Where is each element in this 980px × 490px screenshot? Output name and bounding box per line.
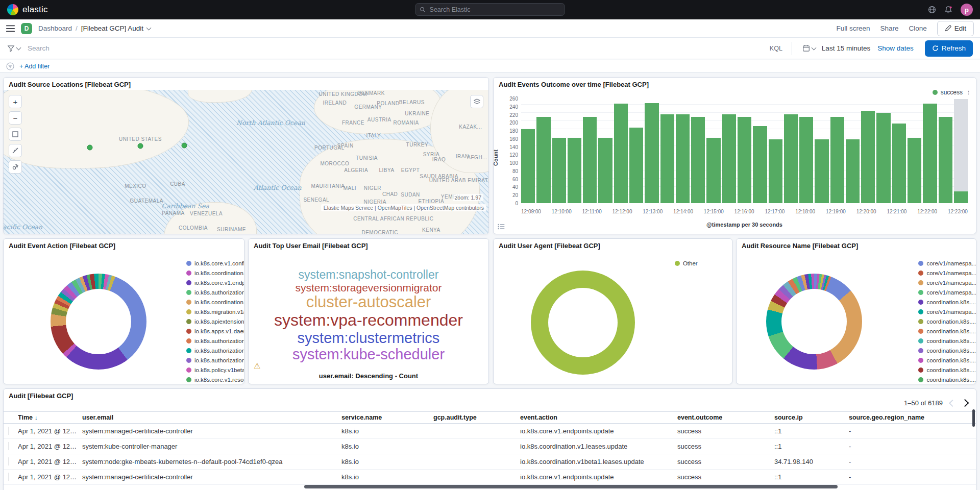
bar-success[interactable] xyxy=(568,138,581,203)
share-button[interactable]: Share xyxy=(880,24,898,32)
kql-search-input[interactable] xyxy=(27,44,761,53)
bar-success[interactable] xyxy=(536,117,550,203)
legend-item[interactable]: io.k8s.policy.v1beta... xyxy=(186,367,244,373)
column-header[interactable]: service.name xyxy=(341,414,433,421)
legend-item[interactable]: Other xyxy=(675,260,698,266)
zoom-in-button[interactable]: + xyxy=(9,95,22,108)
bar-success[interactable] xyxy=(598,138,612,203)
legend-item[interactable]: coordination.k8s.... xyxy=(918,328,976,334)
expand-row-button[interactable] xyxy=(4,473,18,481)
bar-success[interactable] xyxy=(614,104,628,203)
legend-item[interactable]: io.k8s.migration.v1al... xyxy=(186,309,244,315)
bar-success[interactable] xyxy=(892,124,906,203)
legend-item[interactable]: core/v1/namespa... xyxy=(918,309,976,315)
tag-cloud-word[interactable]: system:snapshot-controller xyxy=(249,268,488,282)
bar-success[interactable] xyxy=(552,138,566,203)
map-data-marker[interactable] xyxy=(137,143,143,149)
legend-item[interactable]: coordination.k8s.... xyxy=(918,338,976,344)
map-data-marker[interactable] xyxy=(182,142,187,148)
table-row[interactable]: Apr 1, 2021 @ 12:23:35.855system:kube-co… xyxy=(4,439,976,454)
legend-item[interactable]: core/v1/namespa... xyxy=(918,260,976,266)
expand-row-button[interactable] xyxy=(4,427,18,435)
legend-item[interactable]: io.k8s.authorization... xyxy=(186,289,244,296)
legend-item[interactable]: io.k8s.core.v1.confi... xyxy=(186,260,244,266)
legend-item[interactable]: coordination.k8s.... xyxy=(918,318,976,325)
legend-item[interactable]: core/v1/namespa... xyxy=(918,289,976,296)
saved-query-menu-button[interactable] xyxy=(5,44,22,52)
draw-tools-button[interactable] xyxy=(9,160,22,174)
bar-success[interactable] xyxy=(722,114,736,203)
zoom-out-button[interactable]: − xyxy=(9,111,22,125)
legend-item[interactable]: io.k8s.core.v1.endp... xyxy=(186,280,244,286)
expand-row-button[interactable] xyxy=(4,458,18,465)
bar-success[interactable] xyxy=(676,114,690,203)
legend-item[interactable]: coordination.k8s.... xyxy=(918,367,976,373)
column-header[interactable]: gcp.audit.type xyxy=(433,414,520,421)
user-avatar[interactable]: p xyxy=(961,4,973,16)
bar-success[interactable] xyxy=(815,139,828,203)
legend-item[interactable]: io.k8s.authorization... xyxy=(186,348,244,354)
show-dates-button[interactable]: Show dates xyxy=(874,44,917,53)
chevron-down-icon[interactable] xyxy=(146,25,152,30)
edit-button[interactable]: Edit xyxy=(937,21,974,36)
map-canvas[interactable]: UNITED STATESMEXICOCUBAGUATEMALAPANAMAVE… xyxy=(4,90,488,234)
next-page-icon[interactable] xyxy=(961,399,969,407)
bar-success[interactable] xyxy=(799,117,813,203)
elastic-brand[interactable]: elastic xyxy=(7,4,48,15)
global-search[interactable] xyxy=(415,3,565,16)
global-search-input[interactable] xyxy=(429,6,560,14)
bar-success[interactable] xyxy=(583,117,597,203)
bar-success[interactable] xyxy=(861,111,875,203)
table-row[interactable]: Apr 1, 2021 @ 12:23:35.500system:node:gk… xyxy=(4,454,976,470)
bar-success[interactable] xyxy=(706,138,720,203)
legend-item[interactable]: io.k8s.authorization... xyxy=(186,338,244,344)
bar-success[interactable] xyxy=(830,117,844,203)
legend-item[interactable]: io.k8s.coordination.... xyxy=(186,270,244,276)
donut-ring[interactable] xyxy=(531,271,635,375)
legend-item[interactable]: io.k8s.apps.v1.daem... xyxy=(186,328,244,334)
table-row[interactable]: Apr 1, 2021 @ 12:23:35.486system:managed… xyxy=(4,470,976,485)
bar-success[interactable] xyxy=(660,114,674,203)
donut-ring[interactable] xyxy=(766,274,862,370)
legend-toggle-icon[interactable] xyxy=(498,224,505,230)
add-filter-button[interactable]: + Add filter xyxy=(19,63,50,70)
legend-item[interactable]: io.k8s.core.v1.resou... xyxy=(186,377,244,383)
warning-icon[interactable]: ⚠ xyxy=(254,361,260,371)
horizontal-scrollbar-thumb[interactable] xyxy=(304,485,838,488)
measure-ruler-button[interactable] xyxy=(9,144,22,157)
legend-item[interactable]: coordination.k8s.... xyxy=(918,299,976,305)
expand-row-button[interactable] xyxy=(4,443,18,450)
bar-success[interactable] xyxy=(753,126,767,203)
breadcrumb-dashboard-link[interactable]: Dashboard xyxy=(38,24,72,32)
bar-success[interactable] xyxy=(846,139,860,203)
clone-button[interactable]: Clone xyxy=(909,24,926,32)
legend-item[interactable]: io.k8s.coordination.... xyxy=(186,299,244,305)
notifications-bell-icon[interactable] xyxy=(944,6,952,14)
legend-item[interactable]: coordination.k8s.... xyxy=(918,348,976,354)
fit-bounds-button[interactable] xyxy=(9,128,22,141)
bar-success[interactable] xyxy=(769,139,782,203)
full-screen-button[interactable]: Full screen xyxy=(836,24,870,32)
tag-cloud-word[interactable]: system:kube-scheduler xyxy=(249,346,488,362)
refresh-button[interactable]: Refresh xyxy=(925,40,973,57)
filter-circle-icon[interactable] xyxy=(6,62,14,70)
column-header[interactable]: event.action xyxy=(520,414,677,421)
chart-legend[interactable]: success xyxy=(933,89,963,96)
calendar-menu-button[interactable] xyxy=(800,44,818,52)
table-scrollbar-thumb[interactable] xyxy=(972,409,975,427)
donut-ring[interactable] xyxy=(51,274,146,370)
legend-item[interactable]: io.k8s.authorization... xyxy=(186,357,244,363)
bar-success[interactable] xyxy=(939,117,952,203)
legend-item[interactable]: coordination.k8s.... xyxy=(918,377,976,383)
column-header[interactable]: user.email xyxy=(82,414,341,421)
bar-success[interactable] xyxy=(908,138,921,203)
map-data-marker[interactable] xyxy=(87,145,93,151)
bar-success[interactable] xyxy=(645,103,658,203)
query-language-selector[interactable]: KQL xyxy=(765,45,788,52)
bar-success[interactable] xyxy=(784,114,798,203)
bar-success[interactable] xyxy=(629,128,643,203)
column-header[interactable]: source.ip xyxy=(774,414,849,421)
column-header[interactable]: source.geo.region_name xyxy=(849,414,976,421)
space-avatar[interactable]: D xyxy=(21,23,32,34)
tag-cloud-word[interactable]: system:clustermetrics xyxy=(249,330,488,346)
